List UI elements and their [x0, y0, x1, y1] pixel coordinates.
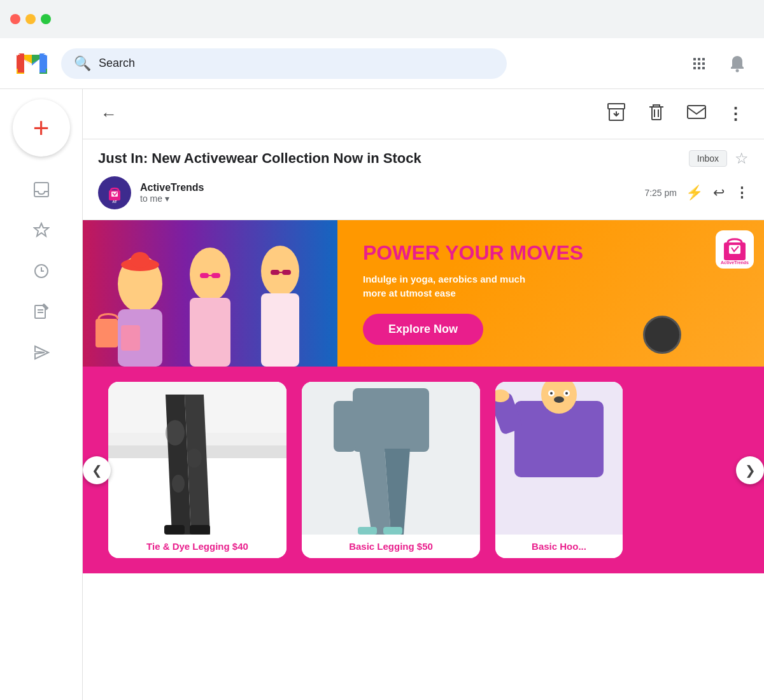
- hero-sub: Indulge in yoga, aerobics and much more …: [363, 272, 541, 301]
- header: 🔍: [0, 38, 764, 89]
- svg-rect-65: [353, 388, 429, 452]
- svg-rect-38: [131, 252, 150, 268]
- gmail-logo: [13, 45, 51, 83]
- svg-rect-29: [688, 106, 705, 118]
- archive-button[interactable]: [602, 99, 630, 129]
- svg-marker-16: [34, 223, 48, 236]
- sidebar: +: [0, 89, 83, 700]
- svg-rect-11: [693, 67, 696, 69]
- email-body: POWER YOUR MOVES Indulge in yoga, aerobi…: [83, 220, 764, 700]
- svg-rect-48: [271, 270, 279, 275]
- hero-text-area: POWER YOUR MOVES Indulge in yoga, aerobi…: [337, 223, 764, 363]
- svg-point-61: [172, 475, 185, 493]
- sidebar-item-sent[interactable]: [24, 335, 59, 370]
- delete-button[interactable]: [643, 99, 670, 129]
- svg-rect-43: [200, 273, 209, 278]
- titlebar: [0, 0, 764, 38]
- search-bar[interactable]: 🔍: [61, 48, 507, 79]
- svg-rect-68: [383, 527, 402, 535]
- email-subject-line: Just In: New Activewear Collection Now i…: [98, 150, 749, 167]
- svg-point-59: [166, 420, 185, 445]
- main-layout: +: [0, 89, 764, 700]
- product-label: Basic Legging $50: [302, 535, 480, 558]
- product-card[interactable]: Basic Legging $50: [302, 382, 480, 558]
- svg-point-46: [261, 246, 299, 297]
- svg-rect-67: [358, 527, 377, 535]
- sender-actions: ⚡ ↩ ⋮: [686, 185, 749, 201]
- svg-point-60: [187, 449, 202, 468]
- svg-rect-7: [702, 58, 705, 60]
- minimize-button[interactable]: [25, 14, 36, 24]
- svg-rect-9: [698, 62, 700, 65]
- carousel-prev-button[interactable]: ❮: [83, 456, 111, 484]
- brand-logo: ActiveTrends: [716, 230, 754, 269]
- svg-marker-21: [35, 346, 48, 359]
- search-icon: 🔍: [74, 55, 91, 72]
- svg-rect-44: [211, 273, 220, 278]
- svg-point-14: [736, 69, 739, 72]
- sender-to[interactable]: to me ▾: [140, 193, 635, 204]
- svg-rect-42: [190, 298, 230, 367]
- explore-now-button[interactable]: Explore Now: [363, 314, 483, 345]
- sender-name: ActiveTrends: [140, 182, 635, 193]
- svg-point-76: [550, 392, 553, 395]
- back-button[interactable]: ←: [98, 102, 120, 127]
- email-time: 7:25 pm: [644, 188, 677, 198]
- svg-point-41: [190, 248, 230, 301]
- product-card[interactable]: Tie & Dye Legging $40: [108, 382, 286, 558]
- search-input[interactable]: [99, 57, 494, 70]
- svg-rect-10: [702, 62, 705, 65]
- sender-more-icon[interactable]: ⋮: [735, 185, 749, 201]
- svg-rect-49: [282, 270, 291, 275]
- email-content: ←: [83, 89, 764, 700]
- product-image: [302, 382, 480, 535]
- svg-rect-62: [164, 525, 185, 535]
- more-button[interactable]: ⋮: [723, 102, 749, 127]
- apps-grid-button[interactable]: [685, 50, 713, 78]
- product-label: Basic Hoo...: [495, 535, 623, 558]
- product-card[interactable]: Basic Hoo...: [495, 382, 623, 558]
- svg-rect-63: [190, 525, 210, 535]
- notifications-button[interactable]: [723, 50, 751, 78]
- hero-people: [83, 220, 337, 367]
- sender-line: AT ActiveTrends to me ▾ 7:25 pm ⚡ ↩ ⋮: [98, 176, 749, 209]
- product-image: [495, 382, 623, 535]
- svg-rect-5: [693, 58, 696, 60]
- compose-button[interactable]: +: [13, 99, 70, 157]
- header-actions: [685, 50, 751, 78]
- inbox-badge[interactable]: Inbox: [689, 150, 727, 167]
- svg-rect-12: [698, 67, 700, 69]
- svg-rect-6: [698, 58, 700, 60]
- email-subject: Just In: New Activewear Collection Now i…: [98, 150, 681, 167]
- reply-icon[interactable]: ↩: [713, 185, 725, 201]
- sidebar-item-inbox[interactable]: [24, 172, 59, 207]
- lightning-icon[interactable]: ⚡: [686, 185, 703, 201]
- star-button[interactable]: ☆: [735, 150, 749, 167]
- hero-banner: POWER YOUR MOVES Indulge in yoga, aerobi…: [83, 220, 764, 367]
- sidebar-item-snoozed[interactable]: [24, 253, 59, 289]
- svg-text:ActiveTrends: ActiveTrends: [721, 260, 749, 265]
- sender-avatar: AT: [98, 176, 131, 209]
- svg-point-77: [565, 392, 568, 395]
- email-header: Just In: New Activewear Collection Now i…: [83, 139, 764, 220]
- svg-rect-53: [729, 245, 740, 254]
- sender-info: ActiveTrends to me ▾: [140, 182, 635, 204]
- svg-rect-40: [121, 325, 140, 351]
- email-toolbar: ←: [83, 89, 764, 139]
- products-carousel: Tie & Dye Legging $40: [108, 382, 739, 558]
- svg-rect-39: [96, 319, 118, 347]
- maximize-button[interactable]: [41, 14, 51, 24]
- carousel-next-button[interactable]: ❯: [736, 456, 764, 484]
- sidebar-item-starred[interactable]: [24, 213, 59, 248]
- compose-plus-icon: +: [33, 114, 50, 142]
- svg-point-78: [554, 396, 564, 403]
- hero-tagline: POWER YOUR MOVES: [363, 242, 583, 264]
- svg-rect-66: [334, 401, 356, 452]
- product-image: [108, 382, 286, 535]
- svg-rect-8: [693, 62, 696, 65]
- sidebar-item-drafts[interactable]: [24, 294, 59, 330]
- products-section: ❮: [83, 367, 764, 573]
- mail-button[interactable]: [683, 101, 711, 127]
- close-button[interactable]: [10, 14, 20, 24]
- toolbar-icons: ⋮: [602, 99, 749, 129]
